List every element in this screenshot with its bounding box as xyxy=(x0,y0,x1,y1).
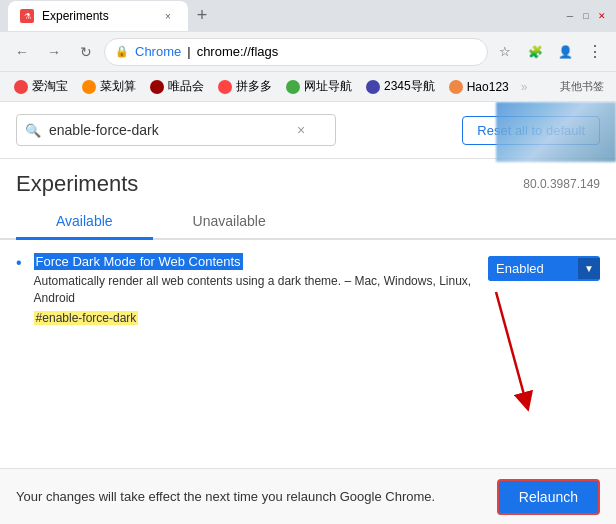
new-tab-button[interactable]: + xyxy=(188,1,216,29)
bookmark-label: 唯品会 xyxy=(168,78,204,95)
bookmark-vip[interactable]: 唯品会 xyxy=(144,76,210,97)
blurred-overlay xyxy=(496,102,616,162)
close-button[interactable]: ✕ xyxy=(596,10,608,22)
search-input[interactable] xyxy=(49,122,289,138)
other-bookmarks-button[interactable]: 其他书签 xyxy=(556,77,608,96)
tabs-row: Available Unavailable xyxy=(0,205,616,240)
address-separator: | xyxy=(187,44,190,59)
experiment-content: Force Dark Mode for Web Contents Automat… xyxy=(34,252,476,326)
nav-icons: ☆ 🧩 👤 ⋮ xyxy=(492,39,608,65)
experiments-header: Experiments 80.0.3987.149 xyxy=(0,159,616,201)
bookmark-hao123[interactable]: Hao123 xyxy=(443,78,515,96)
bottom-message: Your changes will take effect the next t… xyxy=(16,489,485,504)
page-content: 🔍 × Reset all to default Experiments 80.… xyxy=(0,102,616,492)
experiment-tag: #enable-force-dark xyxy=(34,311,139,325)
tab-unavailable-label: Unavailable xyxy=(193,213,266,229)
bookmarks-bar: 爱淘宝 菜划算 唯品会 拼多多 网址导航 2345导航 Hao123 » 其他书… xyxy=(0,72,616,102)
bottom-bar: Your changes will take effect the next t… xyxy=(0,468,616,524)
bookmark-label: Hao123 xyxy=(467,80,509,94)
other-bookmarks-label: 其他书签 xyxy=(560,80,604,92)
bookmark-icon xyxy=(286,80,300,94)
bookmark-nav[interactable]: 网址导航 xyxy=(280,76,358,97)
tab-favicon: ⚗ xyxy=(20,9,34,23)
profile-button[interactable]: 👤 xyxy=(552,39,578,65)
experiment-control: Enabled Disabled Default ▼ xyxy=(488,256,600,281)
star-button[interactable]: ☆ xyxy=(492,39,518,65)
bookmark-label: 网址导航 xyxy=(304,78,352,95)
experiments-list: • Force Dark Mode for Web Contents Autom… xyxy=(0,240,616,346)
experiment-status-select[interactable]: Enabled Disabled Default xyxy=(488,256,578,281)
address-bar[interactable]: 🔒 Chrome | chrome://flags xyxy=(104,38,488,66)
bookmark-icon xyxy=(218,80,232,94)
search-icon: 🔍 xyxy=(25,123,41,138)
tab-unavailable[interactable]: Unavailable xyxy=(153,205,306,240)
search-clear-button[interactable]: × xyxy=(297,122,305,138)
nav-bar: ← → ↻ 🔒 Chrome | chrome://flags ☆ 🧩 👤 ⋮ xyxy=(0,32,616,72)
lock-icon: 🔒 xyxy=(115,45,129,58)
version-label: 80.0.3987.149 xyxy=(523,177,600,191)
extensions-button[interactable]: 🧩 xyxy=(522,39,548,65)
relaunch-button[interactable]: Relaunch xyxy=(497,479,600,515)
maximize-button[interactable]: □ xyxy=(580,10,592,22)
bookmark-label: 菜划算 xyxy=(100,78,136,95)
bookmarks-separator: » xyxy=(521,80,528,94)
experiment-description: Automatically render all web contents us… xyxy=(34,273,476,307)
title-bar: ⚗ Experiments × + ─ □ ✕ xyxy=(0,0,616,32)
refresh-button[interactable]: ↻ xyxy=(72,38,100,66)
bookmark-caijuasuan[interactable]: 菜划算 xyxy=(76,76,142,97)
tab-label: Experiments xyxy=(42,9,109,23)
bookmark-icon xyxy=(366,80,380,94)
forward-button[interactable]: → xyxy=(40,38,68,66)
bookmark-label: 爱淘宝 xyxy=(32,78,68,95)
bookmark-2345[interactable]: 2345导航 xyxy=(360,76,441,97)
tab-available[interactable]: Available xyxy=(16,205,153,240)
search-box: 🔍 × xyxy=(16,114,336,146)
minimize-button[interactable]: ─ xyxy=(564,10,576,22)
experiment-item: • Force Dark Mode for Web Contents Autom… xyxy=(16,252,600,326)
browser-tab[interactable]: ⚗ Experiments × xyxy=(8,1,188,31)
tab-available-label: Available xyxy=(56,213,113,229)
bookmark-label: 拼多多 xyxy=(236,78,272,95)
address-path: chrome://flags xyxy=(197,44,279,59)
page-title: Experiments xyxy=(16,171,138,197)
bookmark-taobao[interactable]: 爱淘宝 xyxy=(8,76,74,97)
window-controls: ─ □ ✕ xyxy=(564,10,608,22)
experiment-bullet: • xyxy=(16,254,22,272)
bookmark-icon xyxy=(150,80,164,94)
bookmark-icon xyxy=(14,80,28,94)
bookmark-icon xyxy=(82,80,96,94)
bookmark-icon xyxy=(449,80,463,94)
bookmark-pinduoduo[interactable]: 拼多多 xyxy=(212,76,278,97)
address-brand: Chrome xyxy=(135,44,181,59)
experiment-name: Force Dark Mode for Web Contents xyxy=(34,253,243,270)
tab-close-button[interactable]: × xyxy=(160,8,176,24)
back-button[interactable]: ← xyxy=(8,38,36,66)
dropdown-arrow-icon[interactable]: ▼ xyxy=(578,258,600,279)
bookmark-label: 2345导航 xyxy=(384,78,435,95)
menu-button[interactable]: ⋮ xyxy=(582,39,608,65)
